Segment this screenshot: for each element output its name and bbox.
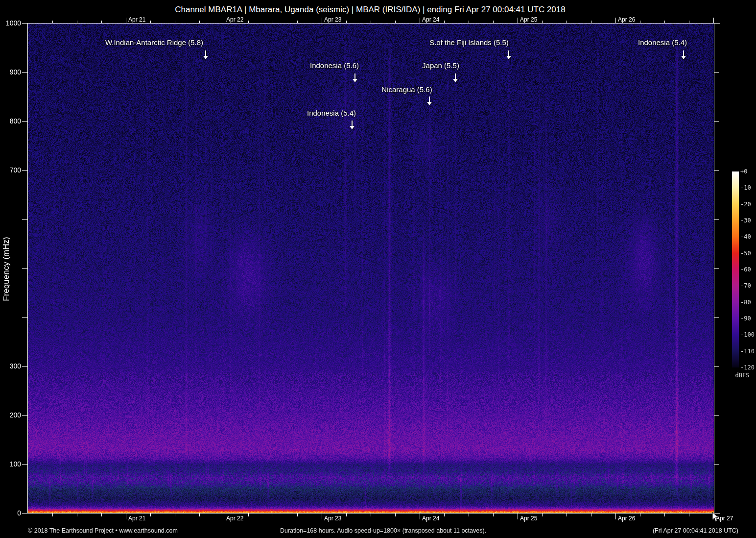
colorbar-tick-label: -60 (740, 266, 756, 273)
x-tick-label-bottom: Apr 24 (422, 515, 439, 522)
y-tick-label: 300 (0, 362, 21, 370)
y-tick-label: 200 (0, 411, 21, 419)
annotation-label: Japan (5.5) (422, 61, 459, 70)
colorbar-tick-label: +0 (740, 168, 756, 175)
y-tick-label: 100 (0, 460, 21, 468)
annotation-label: Indonesia (5.4) (307, 109, 356, 117)
y-axis-title: Frequency (mHz) (1, 232, 11, 306)
x-tick-label-top: Apr 26 (618, 16, 635, 23)
colorbar-tick-label: -100 (740, 331, 756, 338)
colorbar-tick-label: -80 (740, 299, 756, 306)
axes-overlay (0, 0, 756, 538)
colorbar-tick-label: -90 (740, 315, 756, 322)
annotation-label: S.of the Fiji Islands (5.5) (429, 38, 509, 47)
y-tick-label: 700 (0, 166, 21, 174)
mouse-cursor-icon (712, 512, 720, 523)
annotation-label: Indonesia (5.4) (638, 38, 687, 47)
annotation-arrow-icon (353, 73, 357, 82)
y-tick-label: 900 (0, 68, 21, 76)
colorbar-tick-label: -30 (740, 217, 756, 224)
colorbar-unit-label: dBFS (731, 372, 754, 379)
x-tick-label-top: Apr 24 (422, 16, 439, 23)
colorbar-tick-label: -40 (740, 233, 756, 240)
x-tick-label-top: Apr 23 (324, 16, 341, 23)
annotation-arrow-icon (681, 50, 686, 59)
y-tick-label: 0 (0, 509, 21, 517)
annotation-arrow-icon (506, 50, 511, 59)
spectrogram-page: Channel MBAR1A | Mbarara, Uganda (seismi… (0, 0, 756, 538)
annotation-label: W.Indian-Antarctic Ridge (5.8) (105, 38, 203, 47)
colorbar-tick-label: -120 (740, 364, 756, 371)
annotation-arrow-icon (350, 121, 354, 129)
footer-timestamp: (Fri Apr 27 00:04:41 2018 UTC) (653, 527, 738, 534)
x-tick-label-bottom: Apr 26 (618, 515, 635, 522)
annotation-arrow-icon (453, 73, 458, 82)
colorbar-gradient (732, 171, 739, 367)
annotation-label: Indonesia (5.6) (310, 61, 359, 70)
x-tick-label-bottom: Apr 21 (128, 515, 145, 522)
y-tick-label: 1000 (0, 19, 21, 27)
x-tick-label-top: Apr 25 (520, 16, 537, 23)
x-tick-label-bottom: Apr 22 (226, 515, 243, 522)
colorbar-tick-label: -70 (740, 282, 756, 289)
annotation-label: Nicaragua (5.6) (381, 85, 432, 94)
colorbar-tick-label: -110 (740, 348, 756, 355)
y-tick-label: 800 (0, 117, 21, 125)
x-tick-label-bottom: Apr 25 (520, 515, 537, 522)
footer-duration: Duration=168 hours. Audio speed-up=1800×… (28, 527, 738, 534)
x-tick-label-bottom: Apr 23 (324, 515, 341, 522)
x-tick-label-top: Apr 21 (128, 16, 145, 23)
annotation-arrow-icon (427, 97, 432, 105)
colorbar-tick-label: -10 (740, 184, 756, 191)
colorbar-tick-label: -50 (740, 250, 756, 257)
annotation-arrow-icon (203, 50, 208, 59)
x-tick-label-top: Apr 22 (226, 16, 243, 23)
colorbar-tick-label: -20 (740, 201, 756, 208)
